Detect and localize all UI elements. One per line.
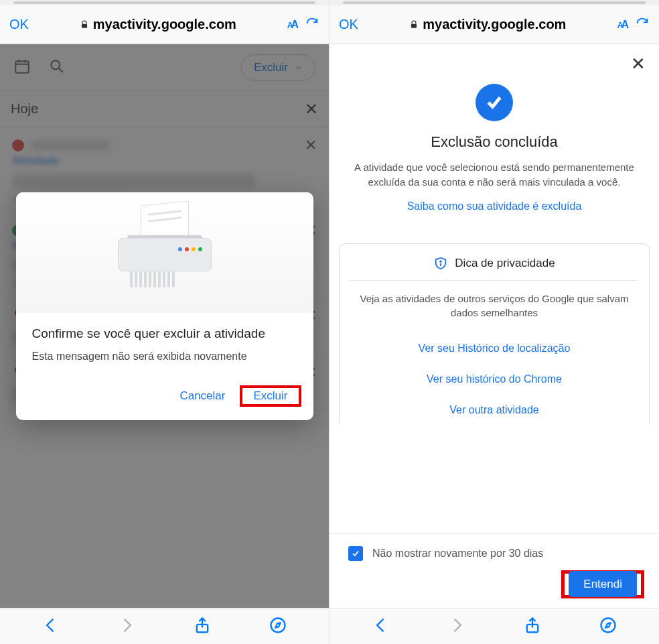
highlight-box: Entendi	[561, 570, 644, 598]
tab-strip	[330, 0, 659, 5]
highlight-box: Excluir	[240, 385, 301, 407]
share-button[interactable]	[193, 616, 212, 637]
phone-left: OK myactivity.google.com AA Excluir	[0, 0, 330, 644]
privacy-tip-card: Dica de privacidade Veja as atividades d…	[339, 243, 650, 424]
location-history-link[interactable]: Ver seu Histórico de localização	[350, 333, 638, 364]
reload-button[interactable]	[305, 16, 319, 34]
back-button[interactable]	[42, 616, 60, 637]
lock-icon	[80, 20, 89, 29]
excluir-button[interactable]: Excluir	[245, 384, 295, 407]
phone-right: OK myactivity.google.com AA ✕ Exclusão c…	[330, 0, 659, 644]
svg-point-6	[271, 618, 285, 632]
lock-icon	[409, 20, 419, 29]
url-text: myactivity.google.com	[93, 17, 236, 32]
svg-point-10	[601, 618, 615, 632]
footer-area: Não mostrar novamente por 30 dias Entend…	[330, 533, 659, 608]
forward-button	[447, 616, 466, 637]
safari-bottom-bar	[330, 608, 659, 644]
done-title: Exclusão concluída	[431, 133, 558, 151]
checkmark-badge-icon	[475, 84, 513, 121]
back-button[interactable]	[372, 616, 390, 637]
browser-ok-button[interactable]: OK	[339, 17, 358, 32]
modal-overlay: Confirme se você quer excluir a atividad…	[0, 44, 329, 608]
other-activity-link[interactable]: Ver outra atividade	[350, 395, 638, 419]
safari-bottom-bar	[0, 608, 329, 644]
reload-button[interactable]	[635, 16, 650, 34]
url-area[interactable]: myactivity.google.com	[362, 17, 613, 32]
compass-button[interactable]	[599, 616, 617, 637]
svg-rect-7	[411, 23, 417, 27]
chrome-history-link[interactable]: Ver seu histórico do Chrome	[350, 364, 638, 395]
confirm-delete-dialog: Confirme se você quer excluir a atividad…	[16, 192, 313, 420]
done-description: A atividade que você selecionou está sen…	[348, 160, 640, 190]
learn-more-link[interactable]: Saiba como sua atividade é excluída	[407, 200, 582, 212]
forward-button	[117, 616, 136, 637]
shield-info-icon	[433, 256, 448, 271]
dialog-title: Confirme se você quer excluir a atividad…	[32, 326, 297, 341]
privacy-tip-title: Dica de privacidade	[455, 257, 555, 270]
compass-button[interactable]	[269, 616, 287, 637]
entendi-button[interactable]: Entendi	[569, 571, 637, 597]
dont-show-checkbox[interactable]	[348, 546, 363, 561]
privacy-tip-desc: Veja as atividades de outros serviços do…	[350, 292, 638, 320]
dialog-subtitle: Esta mensagem não será exibida novamente	[32, 350, 297, 363]
svg-rect-0	[82, 23, 87, 27]
browser-ok-button[interactable]: OK	[9, 17, 29, 32]
svg-point-8	[440, 261, 441, 262]
shredder-illustration	[16, 192, 313, 313]
deletion-complete-sheet: ✕ Exclusão concluída A atividade que voc…	[330, 44, 659, 608]
dont-show-label: Não mostrar novamente por 30 dias	[372, 548, 543, 560]
close-button[interactable]: ✕	[330, 44, 659, 74]
browser-bar: OK myactivity.google.com AA	[0, 5, 329, 44]
cancel-button[interactable]: Cancelar	[171, 384, 233, 408]
tab-strip	[0, 0, 329, 5]
url-text: myactivity.google.com	[423, 17, 566, 32]
text-size-button[interactable]: AA	[617, 19, 631, 31]
text-size-button[interactable]: AA	[287, 19, 301, 31]
browser-bar: OK myactivity.google.com AA	[330, 5, 659, 44]
url-area[interactable]: myactivity.google.com	[33, 17, 283, 32]
share-button[interactable]	[523, 616, 542, 637]
